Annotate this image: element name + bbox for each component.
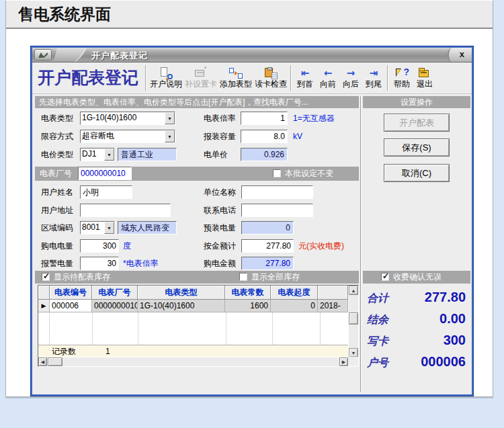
show-pending-checkbox[interactable] xyxy=(42,273,50,281)
grid-header-constant[interactable]: 电表常数 xyxy=(225,286,271,300)
alarm-qty-label: 报警电量 xyxy=(41,257,73,270)
capacity-input[interactable] xyxy=(241,130,288,143)
horizontal-scrollbar[interactable]: ◀ ▶ xyxy=(38,357,348,366)
grid-header-meter-no[interactable]: 电表编号 xyxy=(50,286,92,300)
purchase-amount-label: 购电金额 xyxy=(204,257,236,270)
org-name-label: 单位名称 xyxy=(204,185,236,199)
scroll-right-icon[interactable]: ▶ xyxy=(339,357,348,366)
factory-no-input[interactable] xyxy=(78,167,132,180)
save-button[interactable]: 保存(S) xyxy=(384,138,450,157)
nav-prev-button[interactable]: ← 向前 xyxy=(317,64,339,93)
meter-ratio-input[interactable] xyxy=(241,112,288,125)
nav-last-button[interactable]: ⇥ 到尾 xyxy=(362,64,385,93)
area-code-desc: 城东人民路变 xyxy=(118,221,177,234)
last-arrow-icon: ⇥ xyxy=(366,67,381,79)
unit-price-label: 电单价 xyxy=(204,148,228,161)
meter-type-select[interactable]: 1G-10(40)1600 ▼ xyxy=(80,112,175,125)
chevron-down-icon[interactable]: ▼ xyxy=(165,112,175,124)
price-type-desc: 普通工业 xyxy=(118,148,177,161)
first-arrow-icon: ⇤ xyxy=(298,67,312,79)
grid-header-start[interactable]: 电表起度 xyxy=(271,286,318,300)
preset-qty-value: 0 xyxy=(241,221,294,234)
area-code-select[interactable]: 8001 ▼ xyxy=(80,221,115,234)
horizontal-scroll-thumb[interactable] xyxy=(48,357,62,366)
write-card-label: 写卡 xyxy=(367,335,388,349)
limit-mode-select[interactable]: 超容断电 ▼ xyxy=(80,130,175,143)
page: 售电系统界面 开户配表登记 x 开户配表登记 开户说明 xyxy=(0,0,504,428)
area-code-label: 区域编码 xyxy=(41,221,73,234)
by-amount-input[interactable] xyxy=(241,239,294,253)
user-addr-label: 用户地址 xyxy=(41,204,73,217)
open-instructions-button[interactable]: 开户说明 xyxy=(149,64,183,93)
batch-label: 本批设定不变 xyxy=(285,167,333,181)
nav-first-button[interactable]: ⇤ 到首 xyxy=(294,64,317,93)
record-count-label: 记录数 xyxy=(52,345,76,357)
scroll-down-icon[interactable]: ▼ xyxy=(349,348,358,357)
scroll-up-icon[interactable]: ▲ xyxy=(349,286,358,295)
prev-arrow-icon: ← xyxy=(321,67,335,79)
close-button[interactable]: x xyxy=(460,49,464,59)
read-card-check-button[interactable]: 读卡检查 xyxy=(253,64,288,93)
toolbar: 开户配表登记 开户说明 补设置卡 添加表型 读卡检查 xyxy=(32,62,472,94)
supplement-card-button[interactable]: 补设置卡 xyxy=(183,64,218,93)
help-button[interactable]: ? 帮助 xyxy=(390,64,413,93)
grid-header-extra[interactable] xyxy=(318,286,348,300)
page-header: 售电系统界面 xyxy=(6,1,493,29)
purchase-qty-input[interactable] xyxy=(80,239,119,253)
nav-next-button[interactable]: → 向后 xyxy=(339,64,362,93)
account-no-label: 户号 xyxy=(367,356,388,370)
open-account-config-button[interactable]: 开户配表 xyxy=(384,114,450,132)
cancel-button[interactable]: 取消(C) xyxy=(384,164,450,182)
unit-price-value: 0.926 xyxy=(241,148,288,161)
capacity-label: 报装容量 xyxy=(204,130,236,143)
chevron-down-icon[interactable]: ▼ xyxy=(165,130,175,142)
exit-button[interactable]: 退出 xyxy=(413,64,436,93)
alarm-qty-input[interactable] xyxy=(80,257,119,270)
balance-label: 结余 xyxy=(367,313,388,327)
content-card: 售电系统界面 开户配表登记 x 开户配表登记 开户说明 xyxy=(5,0,493,397)
limit-mode-label: 限容方式 xyxy=(41,130,73,143)
vertical-scroll-thumb[interactable] xyxy=(349,312,358,325)
chevron-down-icon[interactable]: ▼ xyxy=(104,222,114,234)
alarm-qty-unit: *电表倍率 xyxy=(123,257,159,270)
page-title: 售电系统界面 xyxy=(18,4,111,25)
balance-value: 0.00 xyxy=(439,311,466,327)
grid-header-selector xyxy=(38,286,50,300)
scroll-left-icon[interactable]: ◀ xyxy=(38,357,47,366)
doc-search-icon xyxy=(159,67,173,79)
org-name-input[interactable] xyxy=(241,185,313,199)
purchase-qty-unit: 度 xyxy=(123,239,131,253)
purchase-amount-value: 277.80 xyxy=(241,257,294,270)
status-message: 先选择电表类型、电表倍率、电价类型等后点击[开户配表]，查找电表厂号... xyxy=(35,96,359,108)
total-value: 277.80 xyxy=(425,290,466,305)
preset-qty-label: 预装电量 xyxy=(204,221,236,234)
batch-checkbox[interactable] xyxy=(273,169,281,177)
exit-folder-icon xyxy=(417,67,432,79)
add-meter-type-button[interactable]: 添加表型 xyxy=(218,64,253,93)
price-type-select[interactable]: DJ1 ▼ xyxy=(80,148,115,161)
fee-confirm-label: 收费确认无误 xyxy=(393,270,442,284)
dialog-titlebar[interactable]: 开户配表登记 x xyxy=(32,48,472,62)
vertical-scrollbar[interactable]: ▲ ▼ xyxy=(348,286,358,357)
add-pages-icon xyxy=(228,67,243,79)
record-count-value: 1 xyxy=(106,345,110,357)
capacity-unit: kV xyxy=(293,130,302,143)
table-row[interactable]: ▶ 000006 0000000010 1G-10(40)1600 1600 0… xyxy=(38,300,348,312)
factory-no-label: 电表厂号 xyxy=(40,167,72,181)
user-addr-input[interactable] xyxy=(80,204,171,217)
fee-confirm-checkbox[interactable] xyxy=(381,273,389,281)
grid-header-row: 电表编号 电表厂号 电表类型 电表常数 电表起度 xyxy=(38,286,348,300)
help-cursor-icon: ? xyxy=(394,67,409,79)
user-name-input[interactable] xyxy=(80,185,132,199)
chevron-down-icon[interactable]: ▼ xyxy=(104,148,114,161)
account-no-value: 000006 xyxy=(421,354,466,370)
show-all-checkbox[interactable] xyxy=(239,273,247,281)
panel-divider xyxy=(360,96,362,392)
write-card-value: 300 xyxy=(444,333,466,348)
phone-label: 联系电话 xyxy=(204,204,236,217)
user-name-label: 用户姓名 xyxy=(41,185,73,199)
side-panel-header: 设置操作 xyxy=(363,96,470,108)
grid-header-meter-type[interactable]: 电表类型 xyxy=(138,286,225,300)
grid-header-factory-no[interactable]: 电表厂号 xyxy=(92,286,138,300)
phone-input[interactable] xyxy=(241,204,313,217)
